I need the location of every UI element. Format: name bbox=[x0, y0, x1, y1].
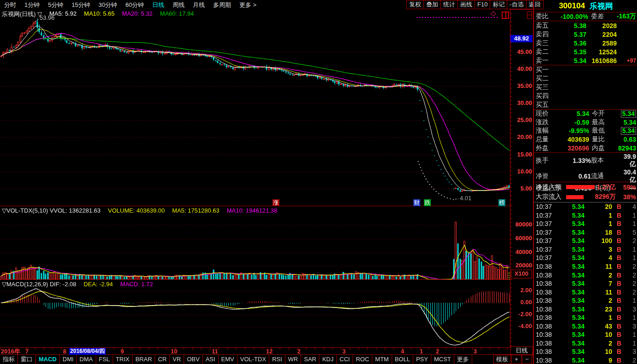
tick-buy-flag: B bbox=[612, 331, 626, 338]
indicator-button[interactable]: VOL-TDX bbox=[237, 355, 269, 364]
tick-price: 5.34 bbox=[557, 314, 585, 321]
ma-value-label: MA20: 5.32 bbox=[122, 10, 153, 18]
tick-volume: 10 bbox=[585, 348, 612, 355]
macd-chart[interactable] bbox=[0, 279, 510, 348]
bid-label: 买三 bbox=[536, 83, 552, 92]
indicator-button[interactable]: DMA bbox=[76, 355, 96, 364]
trade-tick-row: 10:385.347B2 bbox=[534, 279, 637, 288]
indicator-button[interactable]: BRAR bbox=[132, 355, 155, 364]
trade-tick-row: 10:385.3410B1 bbox=[534, 330, 637, 339]
period-tab-item[interactable]: 月线 bbox=[189, 0, 209, 9]
trade-tick-list[interactable]: 10:375.3420B410:375.341B110:375.341B110:… bbox=[534, 202, 637, 364]
panel-button[interactable]: 窗口 bbox=[17, 355, 36, 364]
period-tab-item[interactable]: 5分钟 bbox=[44, 0, 67, 9]
info-label: 净资 bbox=[536, 172, 569, 180]
tick-price: 5.34 bbox=[557, 220, 585, 227]
quote-info-row: 涨跌-0.59最高5.34 bbox=[534, 118, 637, 127]
tick-buy-flag: B bbox=[612, 357, 626, 364]
indicator-button[interactable]: MACD bbox=[35, 355, 60, 364]
hot-badge[interactable]: 涨 bbox=[272, 199, 279, 206]
volume-chart[interactable] bbox=[0, 206, 510, 280]
indicator-button[interactable]: PSY bbox=[413, 355, 431, 364]
main-price-chart[interactable] bbox=[0, 9, 510, 206]
period-tab-active[interactable]: 日线 bbox=[148, 0, 168, 9]
date-axis: 2016/08/04/四 2016年789101112234123 bbox=[0, 347, 510, 355]
period-tab-item[interactable]: 多周期 bbox=[209, 0, 235, 9]
toolbar-button[interactable]: 统计 bbox=[440, 0, 458, 9]
ask-level-row: 卖一5.341610686+97 bbox=[534, 56, 637, 65]
indicator-button[interactable]: 更多 bbox=[454, 355, 472, 364]
trade-tick-row: 10:385.342B1 bbox=[534, 296, 637, 305]
hot-badge[interactable]: 财 bbox=[413, 199, 420, 206]
tick-volume: 100 bbox=[585, 237, 612, 244]
info-value: 403639 bbox=[562, 136, 589, 143]
indicator-button[interactable]: WR bbox=[285, 355, 301, 364]
axis-tick-label: 40.00 bbox=[517, 66, 532, 72]
toolbar-button[interactable]: 标记 bbox=[490, 0, 507, 9]
toolbar-button[interactable]: 复权 bbox=[406, 0, 424, 9]
indicator-button[interactable]: ROC bbox=[353, 355, 372, 364]
indicator-button[interactable]: SAR bbox=[301, 355, 319, 364]
ask-label: 卖四 bbox=[536, 30, 552, 39]
ask-levels: 卖五5.382028卖四5.372204卖三5.362589卖二5.351252… bbox=[534, 21, 637, 65]
indicator-button[interactable]: CCI bbox=[336, 355, 353, 364]
period-tab-item[interactable]: 分时 bbox=[0, 0, 20, 9]
tick-volume: 11 bbox=[585, 289, 612, 296]
tick-price: 5.34 bbox=[557, 254, 585, 261]
ask-volume: 2028 bbox=[586, 22, 617, 29]
axis-tick-label: 20.00 bbox=[517, 134, 532, 140]
tick-price: 5.34 bbox=[557, 229, 585, 236]
tick-price: 5.34 bbox=[557, 280, 585, 287]
tick-time: 10:38 bbox=[536, 331, 557, 338]
indicator-button[interactable]: DMI bbox=[59, 355, 77, 364]
template-button[interactable]: 模板 bbox=[493, 355, 511, 364]
bid-level-row: 买三 bbox=[534, 83, 637, 92]
bid-label: 买四 bbox=[536, 92, 552, 100]
hot-badge[interactable]: 跌 bbox=[424, 199, 431, 206]
ma-value-label: MA60: 17.94 bbox=[160, 10, 194, 18]
diamond-draw-icon[interactable]: ◇ bbox=[491, 10, 496, 17]
indicator-button[interactable]: MTM bbox=[372, 355, 392, 364]
info-label: 最高 bbox=[589, 118, 618, 127]
period-tab-item[interactable]: 1分钟 bbox=[20, 0, 44, 9]
info-value: 5.34 bbox=[562, 110, 589, 117]
tick-volume: 11 bbox=[585, 263, 612, 270]
page-icon[interactable] bbox=[527, 12, 532, 19]
zoom-in-button[interactable]: + bbox=[511, 355, 521, 364]
period-tab-item[interactable]: 30分钟 bbox=[94, 0, 121, 9]
trade-tick-row: 10:385.3410B3 bbox=[534, 347, 637, 356]
ask-volume: 2589 bbox=[586, 40, 617, 47]
toolbar-button[interactable]: F10 bbox=[475, 0, 490, 9]
tick-volume: 23 bbox=[585, 306, 612, 313]
hot-badge[interactable]: 榜 bbox=[498, 199, 505, 206]
indicator-button[interactable]: OBV bbox=[184, 355, 203, 364]
indicator-button[interactable]: RSI bbox=[269, 355, 285, 364]
chart-tool-button-group: 复权叠加统计画线F10标记-自选返回 bbox=[407, 0, 544, 9]
axis-tick-label: 0.00 bbox=[521, 299, 532, 306]
indicator-button[interactable]: MCST bbox=[431, 355, 454, 364]
info-value: 39.9亿 bbox=[620, 153, 636, 168]
period-tab-item[interactable]: 60分钟 bbox=[121, 0, 148, 9]
zoom-out-button[interactable]: − bbox=[522, 355, 532, 364]
indicator-button[interactable]: FSL bbox=[96, 355, 113, 364]
split-window-icon[interactable] bbox=[502, 12, 509, 19]
indicator-button[interactable]: CR bbox=[155, 355, 170, 364]
volume-ma10-label: MA10: 1946121.38 bbox=[227, 207, 278, 214]
axis-tick-label: 80000 bbox=[515, 221, 532, 228]
period-tab-item[interactable]: 更多 > bbox=[235, 0, 261, 9]
toolbar-button[interactable]: -自选 bbox=[507, 0, 526, 9]
indicator-button[interactable]: EMV bbox=[218, 355, 237, 364]
indicator-button[interactable]: BOLL bbox=[392, 355, 413, 364]
indicator-button[interactable]: KDJ bbox=[319, 355, 337, 364]
tick-volume: 1 bbox=[585, 212, 612, 219]
indicator-button[interactable]: VR bbox=[169, 355, 184, 364]
toolbar-button[interactable]: 画线 bbox=[457, 0, 475, 9]
indicator-button[interactable]: TRIX bbox=[113, 355, 133, 364]
panel-button[interactable]: 指标 bbox=[0, 355, 18, 364]
period-tab-item[interactable]: 周线 bbox=[168, 0, 189, 9]
indicator-button[interactable]: ASI bbox=[203, 355, 219, 364]
toolbar-button[interactable]: 叠加 bbox=[423, 0, 441, 9]
tick-time: 10:38 bbox=[536, 280, 557, 287]
tick-count: 1 bbox=[626, 331, 636, 338]
period-tab-item[interactable]: 15分钟 bbox=[67, 0, 94, 9]
